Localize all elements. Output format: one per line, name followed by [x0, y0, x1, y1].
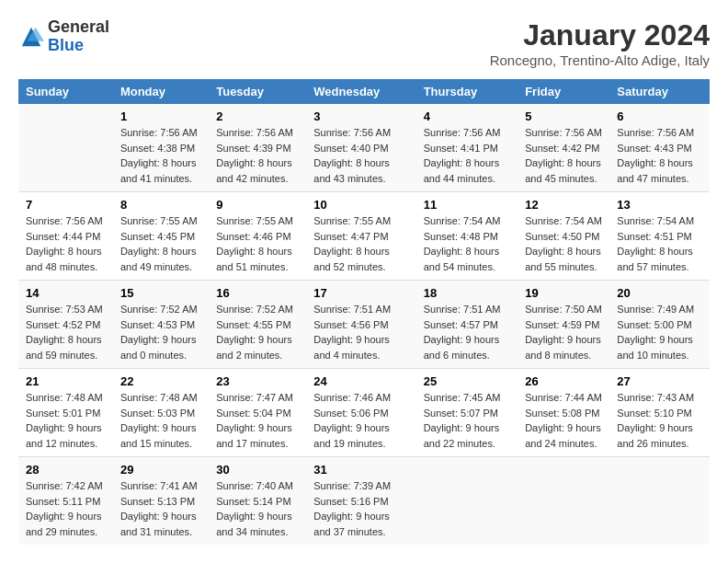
calendar-cell: 22Sunrise: 7:48 AMSunset: 5:03 PMDayligh… [113, 369, 209, 457]
day-detail: Sunrise: 7:56 AMSunset: 4:41 PMDaylight:… [424, 125, 511, 186]
week-row-2: 7Sunrise: 7:56 AMSunset: 4:44 PMDaylight… [18, 192, 710, 281]
day-number: 21 [26, 374, 106, 388]
calendar-cell [18, 104, 113, 192]
calendar-cell: 15Sunrise: 7:52 AMSunset: 4:53 PMDayligh… [113, 281, 209, 369]
header-day-saturday: Saturday [609, 79, 710, 104]
header-day-tuesday: Tuesday [209, 79, 306, 104]
day-detail: Sunrise: 7:55 AMSunset: 4:45 PMDaylight:… [120, 213, 201, 274]
header-day-thursday: Thursday [416, 79, 518, 104]
day-number: 15 [120, 286, 201, 300]
day-number: 24 [313, 374, 408, 388]
calendar-cell: 26Sunrise: 7:44 AMSunset: 5:08 PMDayligh… [518, 369, 609, 457]
week-row-1: 1Sunrise: 7:56 AMSunset: 4:38 PMDaylight… [18, 104, 710, 192]
location: Roncegno, Trentino-Alto Adige, Italy [490, 52, 710, 68]
calendar-cell [609, 457, 710, 546]
day-number: 30 [216, 463, 299, 477]
day-number: 3 [313, 109, 408, 123]
calendar-cell: 14Sunrise: 7:53 AMSunset: 4:52 PMDayligh… [18, 281, 113, 369]
calendar-cell: 31Sunrise: 7:39 AMSunset: 5:16 PMDayligh… [306, 457, 415, 546]
day-number: 14 [26, 286, 106, 300]
day-number: 13 [617, 198, 702, 212]
day-detail: Sunrise: 7:39 AMSunset: 5:16 PMDaylight:… [313, 478, 408, 539]
calendar-cell: 8Sunrise: 7:55 AMSunset: 4:45 PMDaylight… [113, 192, 209, 281]
day-detail: Sunrise: 7:56 AMSunset: 4:44 PMDaylight:… [26, 213, 106, 274]
day-number: 7 [26, 198, 106, 212]
day-detail: Sunrise: 7:56 AMSunset: 4:40 PMDaylight:… [313, 125, 408, 186]
day-detail: Sunrise: 7:52 AMSunset: 4:55 PMDaylight:… [216, 302, 299, 362]
day-detail: Sunrise: 7:47 AMSunset: 5:04 PMDaylight:… [216, 390, 299, 451]
day-number: 22 [120, 374, 201, 388]
calendar-cell: 12Sunrise: 7:54 AMSunset: 4:50 PMDayligh… [518, 192, 609, 281]
day-number: 2 [216, 109, 299, 123]
day-detail: Sunrise: 7:56 AMSunset: 4:42 PMDaylight:… [525, 125, 602, 186]
day-number: 29 [120, 463, 201, 477]
day-number: 17 [313, 286, 408, 300]
calendar-cell: 1Sunrise: 7:56 AMSunset: 4:38 PMDaylight… [113, 104, 209, 192]
calendar-cell: 4Sunrise: 7:56 AMSunset: 4:41 PMDaylight… [416, 104, 518, 192]
day-number: 6 [617, 109, 702, 123]
calendar-cell: 6Sunrise: 7:56 AMSunset: 4:43 PMDaylight… [609, 104, 710, 192]
day-number: 1 [120, 109, 201, 123]
day-number: 10 [313, 198, 408, 212]
calendar-cell: 16Sunrise: 7:52 AMSunset: 4:55 PMDayligh… [209, 281, 306, 369]
day-detail: Sunrise: 7:48 AMSunset: 5:01 PMDaylight:… [26, 390, 106, 451]
calendar-cell: 13Sunrise: 7:54 AMSunset: 4:51 PMDayligh… [609, 192, 710, 281]
day-detail: Sunrise: 7:56 AMSunset: 4:38 PMDaylight:… [120, 125, 201, 186]
calendar-cell: 10Sunrise: 7:55 AMSunset: 4:47 PMDayligh… [306, 192, 415, 281]
day-detail: Sunrise: 7:51 AMSunset: 4:56 PMDaylight:… [313, 302, 408, 362]
day-number: 9 [216, 198, 299, 212]
day-number: 5 [525, 109, 602, 123]
week-row-5: 28Sunrise: 7:42 AMSunset: 5:11 PMDayligh… [18, 457, 710, 546]
day-number: 26 [525, 374, 602, 388]
logo-general: General [48, 18, 109, 37]
day-number: 19 [525, 286, 602, 300]
calendar-cell: 30Sunrise: 7:40 AMSunset: 5:14 PMDayligh… [209, 457, 306, 546]
day-detail: Sunrise: 7:44 AMSunset: 5:08 PMDaylight:… [525, 390, 602, 451]
day-number: 25 [424, 374, 511, 388]
week-row-4: 21Sunrise: 7:48 AMSunset: 5:01 PMDayligh… [18, 369, 710, 457]
day-number: 20 [617, 286, 702, 300]
day-detail: Sunrise: 7:45 AMSunset: 5:07 PMDaylight:… [424, 390, 511, 451]
calendar-cell [416, 457, 518, 546]
header-day-wednesday: Wednesday [306, 79, 415, 104]
day-number: 4 [424, 109, 511, 123]
logo-icon [18, 24, 44, 50]
day-detail: Sunrise: 7:43 AMSunset: 5:10 PMDaylight:… [617, 390, 702, 451]
day-number: 31 [313, 463, 408, 477]
calendar-body: 1Sunrise: 7:56 AMSunset: 4:38 PMDaylight… [18, 104, 710, 545]
header-day-monday: Monday [113, 79, 209, 104]
calendar-cell [518, 457, 609, 546]
calendar-cell: 20Sunrise: 7:49 AMSunset: 5:00 PMDayligh… [609, 281, 710, 369]
day-detail: Sunrise: 7:55 AMSunset: 4:47 PMDaylight:… [313, 213, 408, 274]
day-detail: Sunrise: 7:56 AMSunset: 4:43 PMDaylight:… [617, 125, 702, 186]
day-detail: Sunrise: 7:54 AMSunset: 4:48 PMDaylight:… [424, 213, 511, 274]
page-header: General Blue January 2024 Roncegno, Tren… [18, 18, 710, 68]
calendar-cell: 18Sunrise: 7:51 AMSunset: 4:57 PMDayligh… [416, 281, 518, 369]
calendar-cell: 11Sunrise: 7:54 AMSunset: 4:48 PMDayligh… [416, 192, 518, 281]
calendar-cell: 7Sunrise: 7:56 AMSunset: 4:44 PMDaylight… [18, 192, 113, 281]
calendar-table: SundayMondayTuesdayWednesdayThursdayFrid… [18, 79, 710, 545]
title-block: January 2024 Roncegno, Trentino-Alto Adi… [490, 18, 710, 68]
day-detail: Sunrise: 7:55 AMSunset: 4:46 PMDaylight:… [216, 213, 299, 274]
month-title: January 2024 [490, 18, 710, 52]
day-number: 18 [424, 286, 511, 300]
header-day-friday: Friday [518, 79, 609, 104]
logo-text: General Blue [48, 18, 109, 55]
day-detail: Sunrise: 7:54 AMSunset: 4:50 PMDaylight:… [525, 213, 602, 274]
day-detail: Sunrise: 7:52 AMSunset: 4:53 PMDaylight:… [120, 302, 201, 362]
calendar-cell: 17Sunrise: 7:51 AMSunset: 4:56 PMDayligh… [306, 281, 415, 369]
calendar-cell: 21Sunrise: 7:48 AMSunset: 5:01 PMDayligh… [18, 369, 113, 457]
calendar-cell: 29Sunrise: 7:41 AMSunset: 5:13 PMDayligh… [113, 457, 209, 546]
day-detail: Sunrise: 7:48 AMSunset: 5:03 PMDaylight:… [120, 390, 201, 451]
day-detail: Sunrise: 7:50 AMSunset: 4:59 PMDaylight:… [525, 302, 602, 362]
day-detail: Sunrise: 7:42 AMSunset: 5:11 PMDaylight:… [26, 478, 106, 539]
header-row: SundayMondayTuesdayWednesdayThursdayFrid… [18, 79, 710, 104]
calendar-cell: 5Sunrise: 7:56 AMSunset: 4:42 PMDaylight… [518, 104, 609, 192]
day-detail: Sunrise: 7:40 AMSunset: 5:14 PMDaylight:… [216, 478, 299, 539]
calendar-cell: 25Sunrise: 7:45 AMSunset: 5:07 PMDayligh… [416, 369, 518, 457]
calendar-cell: 23Sunrise: 7:47 AMSunset: 5:04 PMDayligh… [209, 369, 306, 457]
calendar-cell: 2Sunrise: 7:56 AMSunset: 4:39 PMDaylight… [209, 104, 306, 192]
day-detail: Sunrise: 7:51 AMSunset: 4:57 PMDaylight:… [424, 302, 511, 362]
calendar-cell: 28Sunrise: 7:42 AMSunset: 5:11 PMDayligh… [18, 457, 113, 546]
day-detail: Sunrise: 7:56 AMSunset: 4:39 PMDaylight:… [216, 125, 299, 186]
